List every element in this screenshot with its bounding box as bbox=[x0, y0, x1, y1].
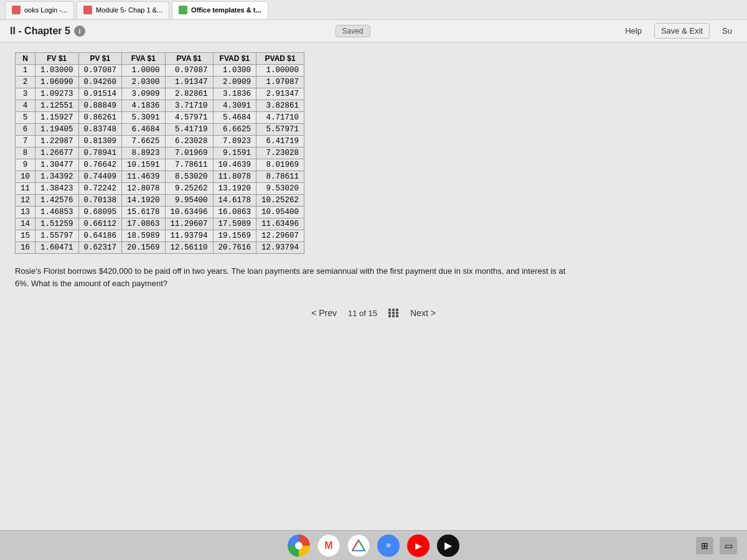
table-cell: 0.94260 bbox=[78, 77, 122, 88]
table-cell: 5.4684 bbox=[213, 112, 256, 124]
col-n: N bbox=[16, 53, 35, 65]
table-row: 71.229870.813097.66256.230287.89236.4171… bbox=[16, 136, 304, 147]
table-cell: 3.71710 bbox=[165, 100, 213, 112]
table-cell: 1.30477 bbox=[35, 159, 79, 171]
table-cell: 6.41719 bbox=[256, 136, 304, 147]
table-cell: 1.42576 bbox=[35, 195, 79, 207]
table-cell: 0.62317 bbox=[78, 242, 122, 254]
table-cell: 8.01969 bbox=[256, 159, 304, 171]
problem-text: Rosie's Florist borrows $420,000 to be p… bbox=[15, 265, 575, 289]
tab-3[interactable]: Office templates & t... bbox=[172, 1, 268, 19]
table-row: 161.604710.6231720.156912.5611020.761612… bbox=[16, 242, 304, 254]
taskbar-play-icon[interactable]: ▶ bbox=[437, 534, 459, 557]
prev-button[interactable]: < Prev bbox=[311, 308, 337, 318]
table-cell: 3.1836 bbox=[213, 88, 256, 100]
table-cell: 11 bbox=[16, 183, 35, 195]
table-cell: 1.15927 bbox=[35, 112, 79, 124]
table-row: 61.194050.837486.46845.417196.66255.5797… bbox=[16, 124, 304, 136]
table-cell: 7.8923 bbox=[213, 136, 256, 147]
navigation-bar: < Prev 11 of 15 Next > bbox=[15, 308, 732, 318]
table-row: 121.425760.7013814.19209.9540014.617810.… bbox=[16, 195, 304, 207]
table-cell: 0.66112 bbox=[78, 218, 122, 230]
page-info: 11 of 15 bbox=[348, 309, 377, 318]
taskbar-youtube-icon[interactable]: ▶ bbox=[407, 534, 430, 557]
help-button[interactable]: Help bbox=[620, 24, 647, 38]
table-cell: 11.4639 bbox=[122, 171, 166, 183]
table-cell: 14.6178 bbox=[213, 195, 256, 207]
save-exit-button[interactable]: Save & Exit bbox=[654, 23, 710, 39]
table-cell: 1.97087 bbox=[256, 77, 304, 88]
svg-marker-0 bbox=[352, 540, 365, 551]
table-cell: 14 bbox=[16, 218, 35, 230]
taskbar-drive-icon[interactable] bbox=[347, 534, 370, 557]
table-cell: 8.78611 bbox=[256, 171, 304, 183]
page-title: ll - Chapter 5 bbox=[10, 26, 70, 37]
table-cell: 7.01969 bbox=[165, 147, 213, 159]
svg-line-2 bbox=[359, 540, 365, 551]
tab-3-label: Office templates & t... bbox=[191, 6, 261, 14]
table-cell: 7.6625 bbox=[122, 136, 166, 147]
table-cell: 1.00000 bbox=[256, 65, 304, 77]
saved-badge: Saved bbox=[336, 25, 370, 37]
table-cell: 1.19405 bbox=[35, 124, 79, 136]
table-cell: 1.91347 bbox=[165, 77, 213, 88]
table-cell: 7.78611 bbox=[165, 159, 213, 171]
table-row: 51.159270.862615.30914.579715.46844.7171… bbox=[16, 112, 304, 124]
table-cell: 1.03000 bbox=[35, 65, 79, 77]
table-cell: 16.0863 bbox=[213, 207, 256, 218]
taskbar-gmail-icon[interactable]: M bbox=[317, 534, 340, 557]
table-cell: 0.78941 bbox=[78, 147, 122, 159]
table-cell: 7.23028 bbox=[256, 147, 304, 159]
taskbar-right-icon-2[interactable]: ▭ bbox=[720, 537, 737, 554]
table-cell: 6 bbox=[16, 124, 35, 136]
table-cell: 20.7616 bbox=[213, 242, 256, 254]
col-fvad: FVAD $1 bbox=[213, 53, 256, 65]
svg-line-1 bbox=[352, 540, 359, 551]
table-cell: 5.3091 bbox=[122, 112, 166, 124]
next-button[interactable]: Next > bbox=[410, 308, 436, 318]
table-cell: 17.0863 bbox=[122, 218, 166, 230]
table-cell: 0.64186 bbox=[78, 230, 122, 242]
su-button[interactable]: Su bbox=[717, 24, 737, 38]
tab-1[interactable]: ooks Login -... bbox=[5, 1, 74, 19]
table-cell: 0.81309 bbox=[78, 136, 122, 147]
table-cell: 1.55797 bbox=[35, 230, 79, 242]
tab-bar: ooks Login -... Module 5- Chap 1 &... Of… bbox=[0, 0, 747, 20]
tab-2[interactable]: Module 5- Chap 1 &... bbox=[77, 1, 169, 19]
taskbar: M ≡ ▶ ▶ ⊞ ▭ bbox=[0, 530, 747, 560]
page-title-container: ll - Chapter 5 i bbox=[10, 26, 85, 37]
table-cell: 5 bbox=[16, 112, 35, 124]
table-cell: 11.29607 bbox=[165, 218, 213, 230]
table-row: 151.557970.6418618.598911.9379419.156912… bbox=[16, 230, 304, 242]
taskbar-docs-icon[interactable]: ≡ bbox=[377, 534, 400, 557]
tab-3-icon bbox=[179, 6, 187, 14]
table-cell: 1.22987 bbox=[35, 136, 79, 147]
table-cell: 14.1920 bbox=[122, 195, 166, 207]
table-cell: 9.25262 bbox=[165, 183, 213, 195]
table-cell: 8.8923 bbox=[122, 147, 166, 159]
table-cell: 4.1836 bbox=[122, 100, 166, 112]
table-row: 11.030000.970871.00000.970871.03001.0000… bbox=[16, 65, 304, 77]
table-cell: 10.4639 bbox=[213, 159, 256, 171]
grid-icon[interactable] bbox=[388, 309, 399, 317]
info-icon[interactable]: i bbox=[74, 26, 85, 37]
table-cell: 5.41719 bbox=[165, 124, 213, 136]
table-cell: 4.3091 bbox=[213, 100, 256, 112]
taskbar-right-icon-1[interactable]: ⊞ bbox=[696, 537, 713, 554]
taskbar-chrome-icon[interactable] bbox=[288, 534, 310, 557]
table-cell: 16 bbox=[16, 242, 35, 254]
table-cell: 1.46853 bbox=[35, 207, 79, 218]
main-content: N FV $1 PV $1 FVA $1 PVA $1 FVAD $1 PVAD… bbox=[0, 42, 747, 530]
table-cell: 6.4684 bbox=[122, 124, 166, 136]
table-cell: 2 bbox=[16, 77, 35, 88]
table-cell: 0.88849 bbox=[78, 100, 122, 112]
table-cell: 10.1591 bbox=[122, 159, 166, 171]
table-cell: 2.82861 bbox=[165, 88, 213, 100]
table-cell: 1.38423 bbox=[35, 183, 79, 195]
table-cell: 0.97087 bbox=[165, 65, 213, 77]
table-cell: 2.0300 bbox=[122, 77, 166, 88]
table-cell: 10.95400 bbox=[256, 207, 304, 218]
table-cell: 9.1591 bbox=[213, 147, 256, 159]
table-cell: 3.0909 bbox=[122, 88, 166, 100]
financial-table: N FV $1 PV $1 FVA $1 PVA $1 FVAD $1 PVAD… bbox=[15, 52, 304, 254]
